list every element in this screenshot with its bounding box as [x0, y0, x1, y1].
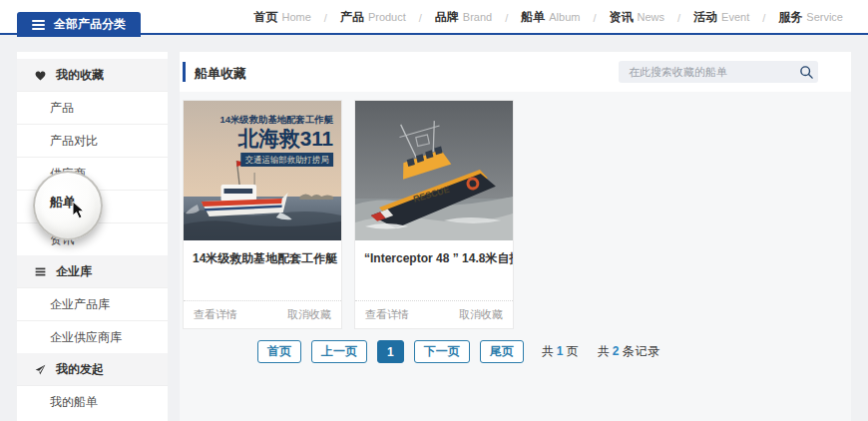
- sidebar-item-products[interactable]: 产品: [17, 91, 168, 124]
- ship-card: RESCUE “Interceptor 48 ” 14.8米自扶正 查看详情 取…: [354, 100, 514, 329]
- page-title: 船单收藏: [195, 65, 246, 83]
- card-overlay-badge: 交通运输部救助打捞局: [245, 155, 329, 165]
- sidebar-section-label: 我的收藏: [56, 67, 104, 84]
- card-overlay-line1: 14米级救助基地配套工作艇: [220, 114, 334, 125]
- unfavorite-link[interactable]: 取消收藏: [459, 307, 503, 322]
- card-footer: 查看详情 取消收藏: [355, 300, 513, 328]
- nav-product[interactable]: 产品 Product: [340, 9, 406, 26]
- pagination-summary: 共1页 共2条记录: [542, 343, 675, 360]
- search-icon[interactable]: [794, 61, 818, 83]
- pagination-first-button[interactable]: 首页: [257, 340, 301, 363]
- total-records-count: 2: [613, 344, 621, 358]
- ship-photo-beihaijiu311[interactable]: 14米级救助基地配套工作艇 北海救311 交通运输部救助打捞局: [184, 101, 341, 240]
- nav-separator: /: [593, 12, 596, 24]
- pagination-last-button[interactable]: 尾页: [480, 340, 524, 363]
- nav-news[interactable]: 资讯 News: [610, 9, 665, 26]
- search-box: [619, 61, 818, 83]
- sidebar-item-my-ship-album[interactable]: 我的船单: [17, 385, 168, 418]
- ship-photo-interceptor48[interactable]: RESCUE: [355, 101, 513, 240]
- sidebar-section-my-favorites[interactable]: 我的收藏: [17, 59, 168, 91]
- main-header: 船单收藏: [180, 52, 851, 92]
- total-pages-count: 1: [557, 344, 565, 358]
- pagination-prev-button[interactable]: 上一页: [311, 340, 367, 363]
- pagination: 首页 上一页 1 下一页 尾页 共1页 共2条记录: [257, 340, 674, 363]
- card-footer: 查看详情 取消收藏: [184, 300, 341, 328]
- nav-separator: /: [419, 12, 422, 24]
- nav-separator: /: [762, 12, 765, 24]
- card-overlay-line2: 北海救311: [236, 127, 333, 150]
- cursor-icon: [72, 201, 87, 219]
- view-details-link[interactable]: 查看详情: [365, 307, 409, 322]
- all-categories-label: 全部产品分类: [54, 16, 126, 33]
- sidebar-section-label: 我的发起: [56, 361, 104, 378]
- nav-event[interactable]: 活动 Event: [693, 9, 749, 26]
- title-accent-bar: [183, 62, 186, 82]
- pagination-page-1-button[interactable]: 1: [377, 340, 404, 363]
- nav-album[interactable]: 船单 Album: [521, 9, 580, 26]
- sidebar-section-enterprise-library[interactable]: 企业库: [17, 255, 168, 287]
- pagination-next-button[interactable]: 下一页: [414, 340, 470, 363]
- view-details-link[interactable]: 查看详情: [194, 307, 237, 322]
- nav-separator: /: [505, 12, 508, 24]
- card-title: “Interceptor 48 ” 14.8米自扶正: [355, 240, 513, 266]
- unfavorite-link[interactable]: 取消收藏: [287, 307, 331, 322]
- sidebar-section-my-initiated[interactable]: 我的发起: [17, 353, 168, 385]
- list-icon: [34, 265, 47, 278]
- hamburger-icon: [32, 20, 45, 30]
- nav-separator: /: [324, 12, 327, 24]
- sidebar-item-enterprise-products[interactable]: 企业产品库: [17, 287, 168, 320]
- nav-home[interactable]: 首页 Home: [253, 9, 310, 26]
- top-bar: 全部产品分类 首页 Home / 产品 Product / 品牌 Brand /…: [0, 0, 868, 35]
- search-input[interactable]: [619, 66, 794, 78]
- cursor-loupe-overlay: 船单: [33, 171, 103, 240]
- sidebar-item-enterprise-suppliers[interactable]: 企业供应商库: [17, 320, 168, 353]
- ship-card: 14米级救助基地配套工作艇 北海救311 交通运输部救助打捞局 14米级救助基地…: [183, 100, 342, 329]
- nav-brand[interactable]: 品牌 Brand: [435, 9, 492, 26]
- sidebar-section-label: 企业库: [56, 263, 92, 280]
- main-panel: 船单收藏: [180, 52, 851, 421]
- nav-separator: /: [677, 12, 680, 24]
- sidebar: 我的收藏 产品 产品对比 供应商 船单 资讯 企业库 企业产品库 企业供应商库 …: [17, 52, 168, 421]
- sidebar-item-product-compare[interactable]: 产品对比: [17, 124, 168, 157]
- card-title: 14米级救助基地配套工作艇: [184, 240, 341, 266]
- top-navigation: 首页 Home / 产品 Product / 品牌 Brand / 船单 Alb…: [253, 0, 843, 35]
- nav-service[interactable]: 服务 Service: [778, 9, 843, 26]
- heart-icon: [34, 69, 47, 82]
- all-categories-button[interactable]: 全部产品分类: [17, 12, 141, 37]
- send-icon: [34, 363, 47, 376]
